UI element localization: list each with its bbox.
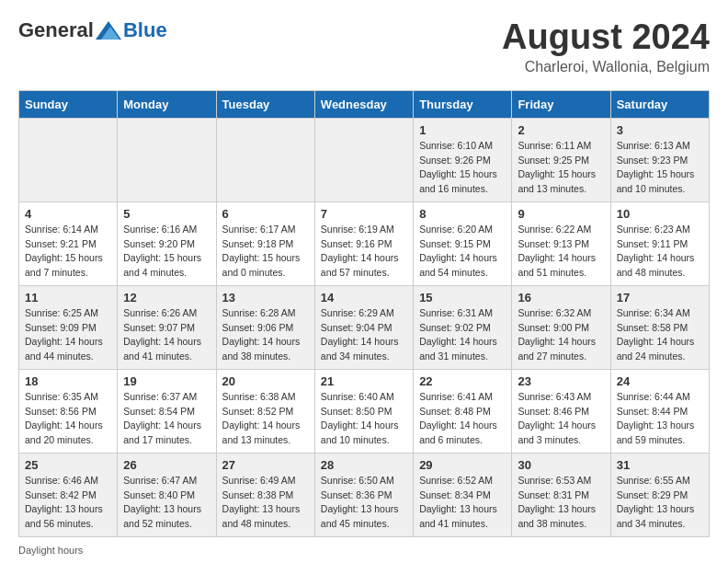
day-info: Sunrise: 6:40 AM Sunset: 8:50 PM Dayligh… (321, 390, 407, 448)
calendar-day-cell: 12Sunrise: 6:26 AM Sunset: 9:07 PM Dayli… (118, 285, 216, 369)
day-number: 2 (518, 123, 604, 137)
calendar-day-cell: 19Sunrise: 6:37 AM Sunset: 8:54 PM Dayli… (118, 369, 216, 453)
day-number: 10 (617, 207, 703, 221)
calendar-day-cell: 24Sunrise: 6:44 AM Sunset: 8:44 PM Dayli… (610, 369, 709, 453)
day-number: 13 (222, 291, 309, 304)
calendar-day-cell: 2Sunrise: 6:11 AM Sunset: 9:25 PM Daylig… (512, 118, 610, 201)
calendar-day-cell: 6Sunrise: 6:17 AM Sunset: 9:18 PM Daylig… (216, 201, 314, 285)
day-number: 27 (222, 458, 309, 472)
day-info: Sunrise: 6:29 AM Sunset: 9:04 PM Dayligh… (321, 306, 407, 364)
day-of-week-header: Sunday (19, 90, 118, 118)
days-header-row: SundayMondayTuesdayWednesdayThursdayFrid… (19, 90, 710, 118)
day-number: 11 (25, 291, 111, 304)
calendar-day-cell: 11Sunrise: 6:25 AM Sunset: 9:09 PM Dayli… (19, 285, 118, 369)
calendar-week-row: 11Sunrise: 6:25 AM Sunset: 9:09 PM Dayli… (19, 285, 710, 369)
calendar-day-cell: 13Sunrise: 6:28 AM Sunset: 9:06 PM Dayli… (216, 285, 314, 369)
calendar-day-cell: 1Sunrise: 6:10 AM Sunset: 9:26 PM Daylig… (414, 118, 512, 201)
calendar-day-cell: 7Sunrise: 6:19 AM Sunset: 9:16 PM Daylig… (314, 201, 413, 285)
day-number: 3 (617, 123, 703, 137)
calendar-day-cell: 28Sunrise: 6:50 AM Sunset: 8:36 PM Dayli… (314, 453, 413, 536)
calendar-day-cell: 27Sunrise: 6:49 AM Sunset: 8:38 PM Dayli… (216, 453, 314, 536)
calendar-day-cell: 26Sunrise: 6:47 AM Sunset: 8:40 PM Dayli… (118, 453, 216, 536)
day-number: 19 (123, 374, 210, 388)
logo: General Blue (18, 18, 167, 42)
calendar-day-cell: 18Sunrise: 6:35 AM Sunset: 8:56 PM Dayli… (19, 369, 118, 453)
day-info: Sunrise: 6:43 AM Sunset: 8:46 PM Dayligh… (518, 390, 604, 448)
day-number: 29 (419, 458, 506, 472)
calendar-day-cell (19, 118, 118, 201)
day-info: Sunrise: 6:28 AM Sunset: 9:06 PM Dayligh… (222, 306, 309, 364)
day-of-week-header: Thursday (414, 90, 512, 118)
calendar-week-row: 25Sunrise: 6:46 AM Sunset: 8:42 PM Dayli… (19, 453, 710, 536)
day-info: Sunrise: 6:55 AM Sunset: 8:29 PM Dayligh… (617, 474, 703, 532)
calendar-day-cell: 3Sunrise: 6:13 AM Sunset: 9:23 PM Daylig… (610, 118, 709, 201)
day-info: Sunrise: 6:53 AM Sunset: 8:31 PM Dayligh… (518, 474, 604, 532)
logo-general-text: General (18, 18, 94, 42)
footer: Daylight hours (18, 545, 710, 556)
day-info: Sunrise: 6:16 AM Sunset: 9:20 PM Dayligh… (123, 223, 210, 281)
calendar-week-row: 4Sunrise: 6:14 AM Sunset: 9:21 PM Daylig… (19, 201, 710, 285)
day-number: 26 (123, 458, 210, 472)
day-number: 16 (518, 291, 604, 304)
day-number: 31 (617, 458, 703, 472)
day-info: Sunrise: 6:22 AM Sunset: 9:13 PM Dayligh… (518, 223, 604, 281)
calendar-day-cell: 14Sunrise: 6:29 AM Sunset: 9:04 PM Dayli… (314, 285, 413, 369)
daylight-label: Daylight hours (18, 545, 83, 556)
day-number: 12 (123, 291, 210, 304)
day-number: 15 (419, 291, 506, 304)
day-number: 1 (419, 123, 506, 137)
day-info: Sunrise: 6:37 AM Sunset: 8:54 PM Dayligh… (123, 390, 210, 448)
calendar-day-cell: 8Sunrise: 6:20 AM Sunset: 9:15 PM Daylig… (414, 201, 512, 285)
day-info: Sunrise: 6:46 AM Sunset: 8:42 PM Dayligh… (25, 474, 111, 532)
calendar-day-cell: 30Sunrise: 6:53 AM Sunset: 8:31 PM Dayli… (512, 453, 610, 536)
day-info: Sunrise: 6:26 AM Sunset: 9:07 PM Dayligh… (123, 306, 210, 364)
day-of-week-header: Wednesday (314, 90, 413, 118)
title-block: August 2024 Charleroi, Wallonia, Belgium (502, 18, 710, 75)
calendar-day-cell: 16Sunrise: 6:32 AM Sunset: 9:00 PM Dayli… (512, 285, 610, 369)
calendar-day-cell: 17Sunrise: 6:34 AM Sunset: 8:58 PM Dayli… (610, 285, 709, 369)
calendar-day-cell: 15Sunrise: 6:31 AM Sunset: 9:02 PM Dayli… (414, 285, 512, 369)
calendar-day-cell: 20Sunrise: 6:38 AM Sunset: 8:52 PM Dayli… (216, 369, 314, 453)
day-number: 18 (25, 374, 111, 388)
day-info: Sunrise: 6:34 AM Sunset: 8:58 PM Dayligh… (617, 306, 703, 364)
calendar-table: SundayMondayTuesdayWednesdayThursdayFrid… (18, 90, 710, 537)
day-info: Sunrise: 6:31 AM Sunset: 9:02 PM Dayligh… (419, 306, 506, 364)
day-info: Sunrise: 6:17 AM Sunset: 9:18 PM Dayligh… (222, 223, 309, 281)
day-info: Sunrise: 6:41 AM Sunset: 8:48 PM Dayligh… (419, 390, 506, 448)
calendar-day-cell: 10Sunrise: 6:23 AM Sunset: 9:11 PM Dayli… (610, 201, 709, 285)
day-number: 8 (419, 207, 506, 221)
calendar-day-cell: 29Sunrise: 6:52 AM Sunset: 8:34 PM Dayli… (414, 453, 512, 536)
day-number: 4 (25, 207, 111, 221)
day-number: 9 (518, 207, 604, 221)
day-number: 23 (518, 374, 604, 388)
day-number: 30 (518, 458, 604, 472)
day-number: 17 (617, 291, 703, 304)
day-info: Sunrise: 6:20 AM Sunset: 9:15 PM Dayligh… (419, 223, 506, 281)
day-info: Sunrise: 6:13 AM Sunset: 9:23 PM Dayligh… (617, 139, 703, 197)
calendar-day-cell (314, 118, 413, 201)
day-number: 21 (321, 374, 407, 388)
logo-blue-text: Blue (123, 18, 167, 42)
day-info: Sunrise: 6:38 AM Sunset: 8:52 PM Dayligh… (222, 390, 309, 448)
day-of-week-header: Monday (118, 90, 216, 118)
day-number: 24 (617, 374, 703, 388)
day-of-week-header: Saturday (610, 90, 709, 118)
calendar-week-row: 1Sunrise: 6:10 AM Sunset: 9:26 PM Daylig… (19, 118, 710, 201)
calendar-day-cell: 25Sunrise: 6:46 AM Sunset: 8:42 PM Dayli… (19, 453, 118, 536)
page-header: General Blue August 2024 Charleroi, Wall… (18, 18, 710, 75)
day-info: Sunrise: 6:23 AM Sunset: 9:11 PM Dayligh… (617, 223, 703, 281)
day-info: Sunrise: 6:19 AM Sunset: 9:16 PM Dayligh… (321, 223, 407, 281)
day-number: 7 (321, 207, 407, 221)
day-number: 28 (321, 458, 407, 472)
day-info: Sunrise: 6:14 AM Sunset: 9:21 PM Dayligh… (25, 223, 111, 281)
calendar-day-cell: 5Sunrise: 6:16 AM Sunset: 9:20 PM Daylig… (118, 201, 216, 285)
day-info: Sunrise: 6:25 AM Sunset: 9:09 PM Dayligh… (25, 306, 111, 364)
logo-icon (96, 21, 121, 40)
day-number: 6 (222, 207, 309, 221)
calendar-day-cell (118, 118, 216, 201)
day-info: Sunrise: 6:52 AM Sunset: 8:34 PM Dayligh… (419, 474, 506, 532)
calendar-day-cell: 21Sunrise: 6:40 AM Sunset: 8:50 PM Dayli… (314, 369, 413, 453)
day-info: Sunrise: 6:47 AM Sunset: 8:40 PM Dayligh… (123, 474, 210, 532)
day-number: 20 (222, 374, 309, 388)
day-number: 25 (25, 458, 111, 472)
